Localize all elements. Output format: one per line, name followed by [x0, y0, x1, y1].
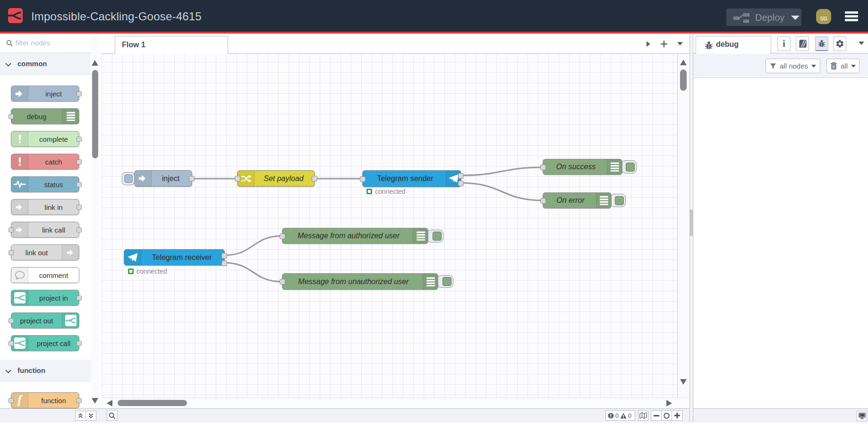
- output-port[interactable]: [221, 260, 227, 266]
- scroll-down-icon[interactable]: [92, 398, 98, 404]
- palette-scrollbar[interactable]: [91, 34, 99, 408]
- flow-node-inject[interactable]: inject: [134, 170, 192, 187]
- input-port[interactable]: [540, 198, 546, 204]
- node-port[interactable]: [9, 114, 14, 119]
- sidebar-tab-info-button[interactable]: i: [777, 36, 791, 51]
- deploy-button[interactable]: Deploy: [726, 9, 801, 26]
- scroll-up-icon[interactable]: [92, 60, 98, 66]
- palette-node-project-out[interactable]: project out: [11, 312, 79, 329]
- category-label: common: [17, 60, 47, 68]
- input-port[interactable]: [360, 176, 366, 182]
- flow-node-telegram-sender[interactable]: Telegram sender: [362, 170, 461, 187]
- next-tab-button[interactable]: [643, 34, 654, 54]
- flow-node-message-unauthorized[interactable]: Message from unauthorized user: [282, 273, 438, 290]
- node-port[interactable]: [9, 250, 14, 255]
- canvas-horizontal-scrollbar[interactable]: [102, 398, 689, 408]
- palette-node-function[interactable]: f function: [11, 392, 79, 408]
- inject-trigger-button-inner[interactable]: [124, 174, 133, 183]
- error-count: 0: [615, 412, 619, 419]
- node-port[interactable]: [77, 182, 82, 187]
- output-port[interactable]: [221, 253, 227, 259]
- palette-node-inject[interactable]: inject: [11, 86, 79, 102]
- node-port[interactable]: [77, 91, 82, 96]
- canvas-hscroll-thumb[interactable]: [118, 400, 187, 406]
- sidebar-menu-caret-icon[interactable]: [859, 42, 864, 45]
- scroll-down-icon[interactable]: [680, 379, 687, 385]
- palette-expand-all-button[interactable]: [85, 411, 96, 421]
- add-flow-button[interactable]: [658, 34, 670, 54]
- debug-filter-button[interactable]: all nodes: [766, 59, 820, 73]
- palette-category-function[interactable]: function: [0, 360, 91, 381]
- main-menu-button[interactable]: [845, 11, 858, 22]
- palette-category-common[interactable]: common: [0, 53, 91, 75]
- input-port[interactable]: [280, 234, 285, 239]
- debug-toggle-button-inner[interactable]: [615, 196, 624, 205]
- palette-node-debug[interactable]: debug: [11, 108, 79, 124]
- canvas-vertical-scrollbar[interactable]: [678, 54, 689, 398]
- node-port[interactable]: [77, 205, 82, 210]
- palette-collapse-all-button[interactable]: [75, 411, 86, 421]
- flow-node-set-payload[interactable]: Set payload: [237, 170, 315, 187]
- input-port[interactable]: [235, 176, 240, 182]
- sidebar-tab-debug-button[interactable]: [815, 36, 828, 51]
- hamburger-bar: [845, 15, 858, 17]
- debug-toggle-button-inner[interactable]: [626, 163, 635, 172]
- zoom-in-button[interactable]: [672, 411, 682, 420]
- debug-clear-button[interactable]: all: [826, 59, 859, 73]
- canvas-vscroll-thumb[interactable]: [680, 69, 687, 91]
- navigator-button[interactable]: [638, 410, 648, 421]
- palette-node-link-call[interactable]: link call: [11, 222, 79, 238]
- node-port[interactable]: [9, 398, 14, 403]
- sidebar-tab-config-button[interactable]: [833, 36, 846, 51]
- palette-search-input[interactable]: filter nodes: [0, 34, 101, 53]
- output-port[interactable]: [458, 181, 464, 186]
- scroll-right-icon[interactable]: [666, 400, 672, 407]
- output-port[interactable]: [189, 176, 195, 182]
- debug-toggle-button-inner[interactable]: [433, 232, 442, 241]
- event-log-button[interactable]: [857, 411, 867, 421]
- palette-node-link-in[interactable]: link in: [11, 199, 79, 215]
- palette-node-comment[interactable]: comment: [11, 267, 79, 283]
- flow-node-on-error[interactable]: On error: [543, 192, 612, 208]
- output-port[interactable]: [458, 173, 464, 179]
- sidebar-splitter-handle[interactable]: [690, 209, 693, 236]
- palette-node-link-out[interactable]: link out: [11, 244, 79, 260]
- scroll-left-icon[interactable]: [107, 400, 112, 407]
- notification-counts[interactable]: 0 0: [605, 410, 635, 421]
- sidebar-tab-help-button[interactable]: [796, 36, 809, 51]
- tab-flow-1[interactable]: Flow 1: [115, 36, 228, 54]
- palette-scrollbar-thumb[interactable]: [92, 70, 98, 158]
- node-port[interactable]: [9, 341, 14, 346]
- deploy-options-caret-icon[interactable]: [791, 16, 800, 20]
- comment-icon: [11, 268, 28, 283]
- palette-node-project-call[interactable]: project call: [11, 335, 79, 351]
- node-port[interactable]: [9, 227, 14, 233]
- debug-toggle-button-inner[interactable]: [443, 277, 451, 286]
- flow-canvas[interactable]: inject Set payload: [102, 54, 678, 398]
- node-port[interactable]: [9, 318, 14, 323]
- output-port[interactable]: [312, 176, 317, 182]
- sidebar-tab-debug[interactable]: debug: [696, 36, 771, 54]
- palette-node-catch[interactable]: catch: [11, 154, 79, 170]
- zoom-reset-button[interactable]: [662, 411, 672, 420]
- user-avatar[interactable]: su: [816, 9, 831, 24]
- node-port[interactable]: [77, 159, 82, 164]
- flow-node-telegram-receiver[interactable]: Telegram receiver: [124, 249, 225, 266]
- flow-list-button[interactable]: [674, 34, 686, 54]
- debug-message-list[interactable]: [693, 78, 868, 408]
- node-port[interactable]: [77, 398, 82, 403]
- palette-node-complete[interactable]: complete: [11, 131, 79, 147]
- scroll-up-icon[interactable]: [680, 60, 687, 65]
- flow-node-on-success[interactable]: On success: [543, 159, 622, 175]
- zoom-out-button[interactable]: [651, 411, 662, 420]
- palette-node-status[interactable]: status: [11, 176, 79, 192]
- node-port[interactable]: [77, 295, 82, 301]
- flow-node-message-authorized[interactable]: Message from authorized user: [282, 228, 428, 244]
- input-port[interactable]: [540, 164, 546, 170]
- node-port[interactable]: [77, 341, 82, 346]
- input-port[interactable]: [280, 279, 285, 285]
- node-port[interactable]: [77, 227, 82, 233]
- search-flows-button[interactable]: [107, 410, 118, 421]
- palette-node-project-in[interactable]: project in: [11, 290, 79, 306]
- node-port[interactable]: [77, 137, 82, 142]
